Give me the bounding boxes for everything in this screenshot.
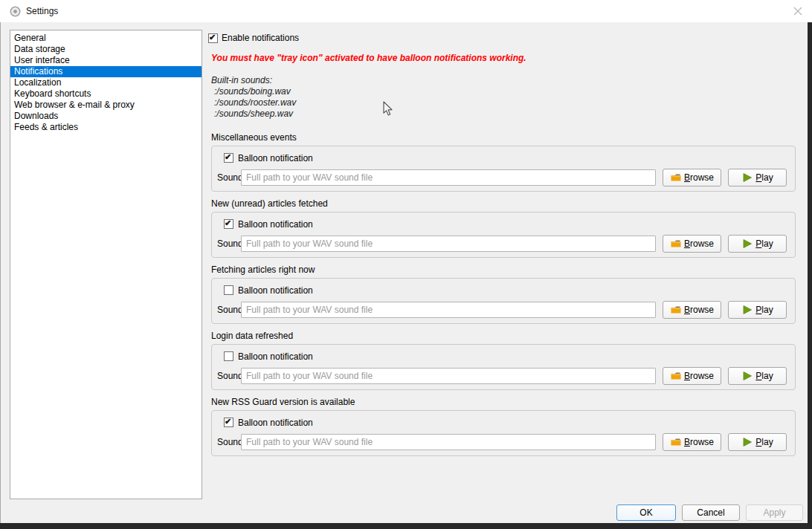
play-icon	[741, 172, 753, 184]
groupbox: Balloon notification Sound Browse Play	[211, 344, 796, 390]
balloon-notification-checkbox[interactable]	[224, 418, 233, 427]
section-miscellaneous-events: Miscellaneous events Balloon notificatio…	[211, 133, 796, 145]
balloon-notification-label[interactable]: Balloon notification	[238, 418, 313, 428]
play-button[interactable]: Play	[728, 235, 787, 253]
gear-icon	[10, 6, 21, 17]
section-login-data-refreshed: Login data refreshed Balloon notificatio…	[211, 331, 796, 343]
sound-path-input[interactable]	[241, 434, 656, 450]
browse-button[interactable]: Browse	[663, 235, 721, 253]
balloon-notification-label[interactable]: Balloon notification	[238, 153, 313, 163]
folder-icon	[670, 370, 682, 382]
section-title: New RSS Guard version is available	[211, 397, 796, 409]
browse-button-label: Browse	[684, 172, 714, 183]
settings-dialog: General Data storage User interface Noti…	[0, 22, 808, 523]
play-button-label: Play	[755, 371, 773, 381]
section-fetching-articles: Fetching articles right now Balloon noti…	[211, 265, 796, 277]
groupbox: Balloon notification Sound Browse Play	[211, 278, 796, 324]
section-title: Login data refreshed	[211, 331, 796, 343]
section-title: New (unread) articles fetched	[211, 199, 796, 211]
play-button[interactable]: Play	[728, 367, 787, 385]
cancel-button[interactable]: Cancel	[682, 504, 740, 521]
section-title: Miscellaneous events	[211, 133, 796, 145]
mouse-cursor	[383, 101, 393, 119]
browse-button-label: Browse	[684, 371, 714, 381]
sound-label: Sound	[217, 238, 243, 249]
balloon-notification-label[interactable]: Balloon notification	[238, 351, 313, 362]
close-icon[interactable]	[790, 4, 806, 18]
play-icon	[741, 436, 753, 448]
sidebar-item-general[interactable]: General	[10, 33, 202, 44]
builtin-sound-path: :/sounds/rooster.wav	[211, 97, 296, 108]
browse-button[interactable]: Browse	[663, 367, 721, 385]
groupbox: Balloon notification Sound Browse Play	[211, 146, 796, 192]
balloon-notification-checkbox[interactable]	[224, 153, 233, 163]
enable-notifications-label[interactable]: Enable notifications	[222, 33, 299, 43]
sound-label: Sound	[217, 437, 243, 447]
browse-button[interactable]: Browse	[663, 301, 721, 319]
sound-path-input[interactable]	[241, 236, 656, 252]
ok-button[interactable]: OK	[616, 504, 676, 521]
folder-icon	[670, 436, 682, 448]
sidebar-item-notifications[interactable]: Notifications	[10, 66, 202, 77]
play-button-label: Play	[755, 238, 773, 249]
sidebar-item-downloads[interactable]: Downloads	[10, 111, 202, 122]
play-button-label: Play	[755, 305, 773, 315]
section-new-articles-fetched: New (unread) articles fetched Balloon no…	[211, 199, 796, 211]
balloon-notification-checkbox[interactable]	[224, 351, 233, 361]
play-button[interactable]: Play	[728, 433, 787, 451]
builtin-sounds-title: Built-in sounds:	[211, 75, 296, 86]
builtin-sounds-block: Built-in sounds: :/sounds/boing.wav :/so…	[211, 75, 296, 120]
section-new-version-available: New RSS Guard version is available Ballo…	[211, 397, 796, 409]
folder-icon	[670, 172, 682, 184]
play-icon	[741, 370, 753, 382]
sidebar-item-web-browser-proxy[interactable]: Web browser & e-mail & proxy	[10, 100, 202, 111]
sound-label: Sound	[217, 172, 243, 183]
sidebar-item-data-storage[interactable]: Data storage	[10, 44, 202, 55]
browse-button-label: Browse	[684, 437, 714, 447]
builtin-sound-path: :/sounds/sheep.wav	[211, 108, 296, 120]
sidebar-item-keyboard-shortcuts[interactable]: Keyboard shortcuts	[10, 88, 202, 100]
window-title: Settings	[26, 6, 58, 16]
titlebar: Settings	[0, 0, 812, 22]
browse-button[interactable]: Browse	[663, 169, 721, 186]
groupbox: Balloon notification Sound Browse Play	[211, 410, 796, 456]
play-button-label: Play	[755, 437, 773, 447]
play-button[interactable]: Play	[728, 301, 787, 319]
sound-label: Sound	[217, 305, 243, 315]
sound-path-input[interactable]	[241, 302, 656, 318]
play-button[interactable]: Play	[728, 169, 787, 186]
groupbox: Balloon notification Sound Browse Play	[211, 212, 796, 258]
browse-button[interactable]: Browse	[663, 433, 721, 451]
sidebar-item-localization[interactable]: Localization	[10, 77, 202, 88]
play-icon	[741, 304, 753, 316]
sound-path-input[interactable]	[241, 368, 656, 384]
folder-icon	[670, 304, 682, 316]
tray-icon-warning-text: You must have "tray icon" activated to h…	[211, 53, 717, 63]
play-icon	[741, 238, 753, 250]
browse-button-label: Browse	[684, 305, 714, 315]
enable-notifications-checkbox[interactable]	[208, 33, 218, 43]
play-button-label: Play	[755, 172, 773, 183]
builtin-sound-path: :/sounds/boing.wav	[211, 86, 296, 97]
sidebar-item-feeds-articles[interactable]: Feeds & articles	[10, 122, 202, 133]
balloon-notification-checkbox[interactable]	[224, 219, 233, 229]
folder-icon	[670, 238, 682, 250]
sidebar-item-user-interface[interactable]: User interface	[10, 55, 202, 66]
section-title: Fetching articles right now	[211, 265, 796, 277]
balloon-notification-label[interactable]: Balloon notification	[238, 285, 313, 296]
balloon-notification-label[interactable]: Balloon notification	[238, 219, 313, 230]
sound-path-input[interactable]	[241, 169, 656, 186]
settings-category-list: General Data storage User interface Noti…	[10, 30, 202, 499]
browse-button-label: Browse	[684, 238, 714, 249]
apply-button[interactable]: Apply	[746, 504, 803, 521]
balloon-notification-checkbox[interactable]	[224, 285, 233, 295]
enable-notifications-row: Enable notifications	[208, 33, 299, 43]
sound-label: Sound	[217, 371, 243, 381]
